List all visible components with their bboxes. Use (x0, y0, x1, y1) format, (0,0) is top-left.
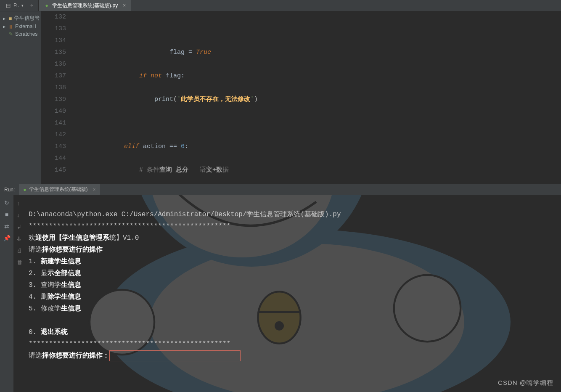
code-editor[interactable]: 132133134 135136137 138139140 141142143 … (42, 11, 561, 184)
project-tree[interactable]: ▸ ■ 学生信息管 ▸ ⫼ External L ✎ Scratches (0, 11, 42, 184)
run-label: Run: (0, 187, 19, 193)
console-cmd: D:\anaconda\python.exe C:/Users/Administ… (29, 211, 341, 218)
fold-column[interactable] (71, 11, 79, 184)
project-dropdown-label: P.. (13, 3, 19, 8)
console-actions-column: ↑ ↓ ↲ ⇊ 🖨 🗑 (13, 195, 26, 392)
chevron-right-icon: ▸ (2, 24, 7, 29)
editor-tab-active[interactable]: ● 学生信息管理系统(基础版).py × (39, 0, 131, 11)
library-icon: ⫼ (8, 24, 13, 29)
code-body[interactable]: flag = True if not flag: print('此学员不存在，无… (79, 11, 561, 184)
tree-label-project: 学生信息管 (14, 15, 40, 22)
folder-icon: ■ (8, 16, 13, 21)
chevron-down-icon: ▾ (21, 3, 24, 8)
down-icon[interactable]: ↓ (17, 212, 23, 218)
console-input[interactable] (109, 350, 241, 361)
console-stars: ****************************************… (29, 222, 230, 230)
close-icon[interactable]: × (93, 187, 96, 193)
tree-item-scratches[interactable]: ✎ Scratches (0, 30, 41, 38)
console-output[interactable]: D:\anaconda\python.exe C:/Users/Administ… (26, 195, 561, 392)
pin-icon[interactable]: 📌 (3, 235, 10, 241)
python-file-icon: ● (44, 3, 50, 8)
project-icon: ▤ (5, 3, 11, 8)
close-icon[interactable]: × (123, 3, 126, 8)
rerun-icon[interactable]: ↻ (3, 199, 10, 206)
console-stars2: ****************************************… (29, 340, 230, 348)
tree-item-project[interactable]: ▸ ■ 学生信息管 (0, 14, 41, 23)
editor-tabstrip: ▤ P.. ▾ ⌖ ● 学生信息管理系统(基础版).py × (0, 0, 561, 11)
project-dropdown-tab[interactable]: ▤ P.. ▾ ⌖ (0, 0, 39, 11)
run-actions-column: ↻ ■ ⇄ 📌 (0, 195, 13, 392)
print-icon[interactable]: 🖨 (17, 247, 23, 253)
blank-icon (2, 31, 7, 37)
tree-label-scratches: Scratches (15, 31, 37, 37)
editor-gutter: 132133134 135136137 138139140 141142143 … (42, 11, 71, 184)
editor-tab-label: 学生信息管理系统(基础版).py (52, 2, 118, 9)
target-icon[interactable]: ⌖ (30, 3, 33, 8)
up-icon[interactable]: ↑ (17, 200, 23, 206)
chevron-right-icon: ▸ (2, 16, 6, 21)
layout-icon[interactable]: ⇄ (3, 223, 10, 230)
run-tab[interactable]: ● 学生信息管理系统(基础版) × (19, 184, 100, 195)
python-file-icon: ● (23, 187, 26, 193)
run-toolwindow-header: Run: ● 学生信息管理系统(基础版) × (0, 184, 561, 195)
watermark: CSDN @嗨学编程 (498, 379, 553, 387)
wrap-icon[interactable]: ↲ (17, 224, 23, 230)
scratch-icon: ✎ (8, 31, 13, 37)
scroll-icon[interactable]: ⇊ (17, 236, 23, 241)
run-tab-label: 学生信息管理系统(基础版) (29, 186, 88, 193)
clear-icon[interactable]: 🗑 (17, 259, 23, 265)
stop-icon[interactable]: ■ (3, 211, 10, 218)
tree-label-libraries: External L (15, 24, 38, 29)
tree-item-libraries[interactable]: ▸ ⫼ External L (0, 23, 41, 30)
